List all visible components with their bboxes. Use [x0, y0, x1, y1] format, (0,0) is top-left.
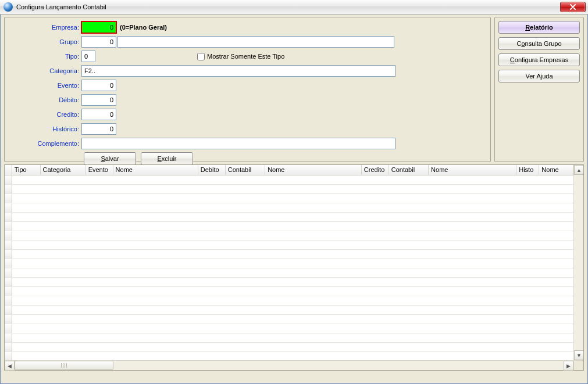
app-icon: [3, 2, 13, 12]
data-grid: TipoCategoriaEventoNomeDebitoContabilNom…: [4, 164, 584, 371]
label-complemento: Complemento:: [9, 140, 81, 147]
table-row[interactable]: [5, 213, 573, 222]
label-historico: Histórico:: [9, 125, 81, 132]
row-stub: [5, 343, 12, 351]
tipo-input[interactable]: [81, 51, 95, 62]
salvar-button[interactable]: Salvar: [84, 152, 136, 165]
evento-input[interactable]: [81, 80, 116, 91]
historico-input[interactable]: [81, 123, 116, 135]
grid-rows: [5, 175, 573, 360]
table-row[interactable]: [5, 333, 573, 343]
table-row[interactable]: [5, 250, 573, 259]
hscroll-track[interactable]: [15, 361, 564, 370]
row-stub: [5, 241, 12, 249]
table-row[interactable]: [5, 324, 573, 333]
table-row[interactable]: [5, 194, 573, 203]
row-stub: [5, 287, 12, 296]
grid-col-header[interactable]: Credito: [362, 165, 389, 175]
row-stub: [5, 324, 12, 333]
grid-col-header[interactable]: Tipo: [12, 165, 41, 175]
grupo-desc-input[interactable]: [117, 36, 394, 48]
grid-col-header[interactable]: Nome: [113, 165, 198, 175]
grid-col-header[interactable]: Histo: [516, 165, 539, 175]
vertical-scrollbar[interactable]: ▲ ▼: [573, 165, 583, 360]
table-row[interactable]: [5, 185, 573, 194]
grid-corner: [5, 165, 12, 175]
row-stub: [5, 185, 12, 193]
top-area: Empresa: (0=Plano Geral) Grupo: Tipo: Mo…: [1, 15, 587, 162]
vscroll-track[interactable]: [574, 175, 583, 350]
table-row[interactable]: [5, 203, 573, 213]
close-button[interactable]: [560, 2, 586, 12]
row-stub: [5, 175, 12, 184]
relatorio-button[interactable]: Relatório: [498, 21, 580, 34]
row-stub: [5, 296, 12, 305]
table-row[interactable]: [5, 231, 573, 241]
label-tipo: Tipo:: [9, 53, 81, 60]
hscroll-thumb[interactable]: [15, 361, 113, 370]
grid-col-header[interactable]: Contabil: [226, 165, 265, 175]
grid-col-header[interactable]: Debito: [198, 165, 226, 175]
mostrar-checkbox[interactable]: [197, 53, 205, 60]
table-row[interactable]: [5, 306, 573, 315]
row-stub: [5, 352, 12, 360]
grupo-num-input[interactable]: [81, 36, 116, 48]
row-stub: [5, 231, 12, 240]
window-title: Configura Lançamento Contabil: [16, 3, 106, 10]
ver-ajuda-button[interactable]: Ver Ajuda: [498, 70, 580, 82]
horizontal-scrollbar[interactable]: ◀ ▶: [5, 360, 583, 370]
table-row[interactable]: [5, 315, 573, 324]
debito-input[interactable]: [81, 94, 116, 106]
empresa-note: (0=Plano Geral): [120, 24, 167, 31]
label-evento: Evento:: [9, 82, 81, 89]
complemento-input[interactable]: [81, 138, 395, 149]
grid-col-header[interactable]: Nome: [539, 165, 573, 175]
label-debito: Débito:: [9, 96, 81, 103]
grid-header: TipoCategoriaEventoNomeDebitoContabilNom…: [5, 165, 573, 175]
label-categoria: Categoria:: [9, 67, 81, 74]
grid-col-header[interactable]: Contabil: [389, 165, 429, 175]
grid-col-header[interactable]: Nome: [265, 165, 362, 175]
row-stub: [5, 250, 12, 259]
side-panel: Relatório Consulta Grupo Configura Empre…: [494, 17, 584, 162]
grid-col-header[interactable]: Categoria: [41, 165, 86, 175]
table-row[interactable]: [5, 241, 573, 250]
row-stub: [5, 259, 12, 268]
table-row[interactable]: [5, 352, 573, 360]
label-empresa: Empresa:: [9, 24, 81, 31]
row-stub: [5, 213, 12, 221]
table-row[interactable]: [5, 259, 573, 268]
grid-col-header[interactable]: Nome: [429, 165, 516, 175]
configura-empresas-button[interactable]: Configura Empresas: [498, 53, 580, 66]
excluir-button[interactable]: Excluir: [141, 152, 193, 165]
grid-col-header[interactable]: Evento: [86, 165, 113, 175]
empresa-input[interactable]: [81, 21, 116, 33]
mostrar-label: Mostrar Somente Este Tipo: [207, 53, 284, 60]
label-credito: Credito:: [9, 111, 81, 118]
table-row[interactable]: [5, 278, 573, 287]
table-row[interactable]: [5, 287, 573, 296]
row-stub: [5, 315, 12, 324]
titlebar: Configura Lançamento Contabil: [0, 0, 588, 15]
table-row[interactable]: [5, 343, 573, 352]
row-stub: [5, 333, 12, 342]
table-row[interactable]: [5, 268, 573, 278]
scroll-up-icon[interactable]: ▲: [574, 165, 583, 175]
table-row[interactable]: [5, 175, 573, 185]
scroll-down-icon[interactable]: ▼: [574, 350, 583, 360]
row-stub: [5, 278, 12, 286]
credito-input[interactable]: [81, 109, 116, 120]
scroll-right-icon[interactable]: ▶: [564, 361, 573, 371]
close-icon: [569, 4, 576, 10]
row-stub: [5, 268, 12, 277]
form-panel: Empresa: (0=Plano Geral) Grupo: Tipo: Mo…: [4, 17, 491, 162]
window-body: Empresa: (0=Plano Geral) Grupo: Tipo: Mo…: [0, 15, 588, 384]
row-stub: [5, 203, 12, 212]
categoria-input[interactable]: [81, 65, 395, 77]
consulta-grupo-button[interactable]: Consulta Grupo: [498, 37, 580, 50]
table-row[interactable]: [5, 296, 573, 306]
scroll-left-icon[interactable]: ◀: [5, 361, 15, 371]
table-row[interactable]: [5, 222, 573, 231]
scroll-corner: [573, 361, 583, 370]
row-stub: [5, 222, 12, 231]
